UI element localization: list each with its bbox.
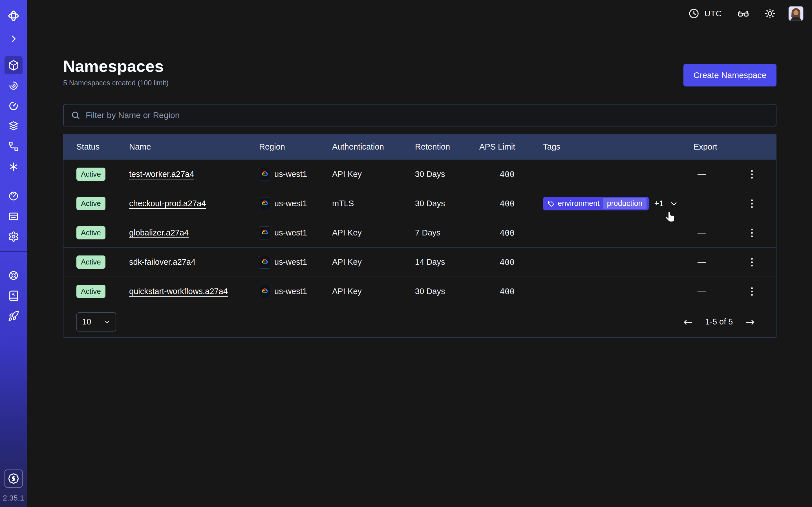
column-header-name: Name [129,142,259,152]
pagination-range: 1-5 of 5 [705,317,733,327]
column-header-status: Status [77,142,129,152]
pricing-button[interactable] [4,469,22,488]
sidebar-item-namespaces[interactable] [4,56,22,74]
create-namespace-button[interactable]: Create Namespace [683,64,776,87]
sidebar-item-support[interactable] [4,267,22,284]
row-menu-button[interactable] [746,284,758,299]
table-row: Active sdk-failover.a27a4 us-west1 API K… [63,247,776,277]
column-header-export: Export [694,142,746,152]
aps-limit-value: 400 [479,199,515,209]
sidebar: 2.35.1 [0,0,27,507]
sidebar-nav [4,56,22,245]
avatar[interactable] [788,6,804,21]
row-menu-button[interactable] [746,225,758,241]
timezone-selector[interactable]: UTC [688,8,722,19]
export-value: — [694,287,706,296]
theme-toggle-button[interactable] [764,8,776,19]
sidebar-expand-button[interactable] [7,32,20,46]
previous-page-button[interactable]: ← [683,316,693,328]
sidebar-item-deployments[interactable] [4,117,22,135]
retention-value: 30 Days [415,170,479,179]
google-cloud-icon [259,197,270,210]
aps-limit-value: 400 [479,258,515,267]
google-cloud-icon [259,168,270,181]
sidebar-item-docs[interactable] [4,287,22,305]
row-menu-button[interactable] [746,166,758,182]
table-row: Active quickstart-workflows.a27a4 us-wes… [63,277,776,306]
namespace-link[interactable]: test-worker.a27a4 [129,170,194,179]
sidebar-item-schedules[interactable] [4,97,22,115]
namespace-link[interactable]: sdk-failover.a27a4 [129,258,195,267]
region-label: us-west1 [274,228,307,237]
page-title: Namespaces [63,57,168,75]
clock-icon [688,8,700,19]
badge-dollar-icon [8,473,19,484]
auth-method: API Key [332,170,415,179]
temporal-logo [4,7,22,25]
pagination: ← 1-5 of 5 → [683,316,755,328]
sidebar-item-workflows[interactable] [4,76,22,95]
aps-limit-value: 400 [479,228,515,238]
sidebar-item-settings[interactable] [4,228,22,245]
asterisk-icon [8,161,19,172]
tag-chip[interactable]: environment production [543,197,649,210]
gauge-icon [8,190,19,202]
page-header: Namespaces 5 Namespaces created (100 lim… [63,27,776,87]
namespace-link[interactable]: quickstart-workflows.a27a4 [129,287,228,296]
column-header-tags: Tags [543,142,694,152]
layers-icon [8,121,19,132]
tags-expand-button[interactable] [669,199,678,208]
sidebar-item-getting-started[interactable] [4,307,22,325]
namespace-link[interactable]: checkout-prod.a27a4 [129,199,206,208]
column-header-authentication: Authentication [332,142,415,152]
next-page-button[interactable]: → [745,316,755,328]
gear-icon [8,231,19,242]
page-size-select[interactable]: 10 [77,313,116,332]
sidebar-item-usage[interactable] [4,187,22,205]
spiral-icon [8,80,19,91]
tags-more-count: +1 [654,199,664,208]
retention-value: 30 Days [415,199,479,208]
table-row: Active test-worker.a27a4 us-west1 API Ke… [63,159,776,189]
sidebar-item-nexus[interactable] [4,137,22,156]
status-badge: Active [77,226,105,239]
row-menu-button[interactable] [746,196,758,212]
tag-value: production [603,198,647,209]
app-version: 2.35.1 [3,494,24,503]
search-input[interactable] [86,110,769,120]
filter-searchbox[interactable] [63,104,776,126]
main-content: Namespaces 5 Namespaces created (100 lim… [63,27,776,338]
billing-card-icon [8,211,19,222]
namespaces-table: Status Name Region Authentication Retent… [63,134,776,338]
column-header-aps-limit: APS Limit [479,142,543,152]
namespace-count: 5 Namespaces created (100 limit) [63,79,168,87]
sidebar-secondary-nav [4,267,22,325]
retention-value: 14 Days [415,258,479,267]
retention-value: 30 Days [415,287,479,296]
namespace-link[interactable]: globalizer.a27a4 [129,228,189,237]
aps-limit-value: 400 [479,287,515,296]
search-icon [70,110,81,120]
auth-method: API Key [332,228,415,237]
page-size-value: 10 [82,317,91,327]
status-badge: Active [77,256,105,269]
export-value: — [694,170,706,179]
export-value: — [694,228,706,237]
table-header-row: Status Name Region Authentication Retent… [63,134,776,159]
row-menu-button[interactable] [746,255,758,270]
sidebar-item-batch-operations[interactable] [4,158,22,176]
table-row: Active checkout-prod.a27a4 us-west1 mTLS… [63,189,776,218]
status-badge: Active [77,168,105,181]
status-badge: Active [77,197,105,210]
timer-icon [8,100,19,112]
google-cloud-icon [259,256,270,269]
status-badge: Active [77,285,105,298]
lifebuoy-icon [8,270,19,281]
topbar: UTC [27,0,812,27]
google-cloud-icon [259,226,270,239]
sidebar-item-billing[interactable] [4,207,22,225]
region-label: us-west1 [274,258,307,267]
auth-method: API Key [332,258,415,267]
auth-method: API Key [332,287,415,296]
labs-toggle-button[interactable] [737,7,749,20]
